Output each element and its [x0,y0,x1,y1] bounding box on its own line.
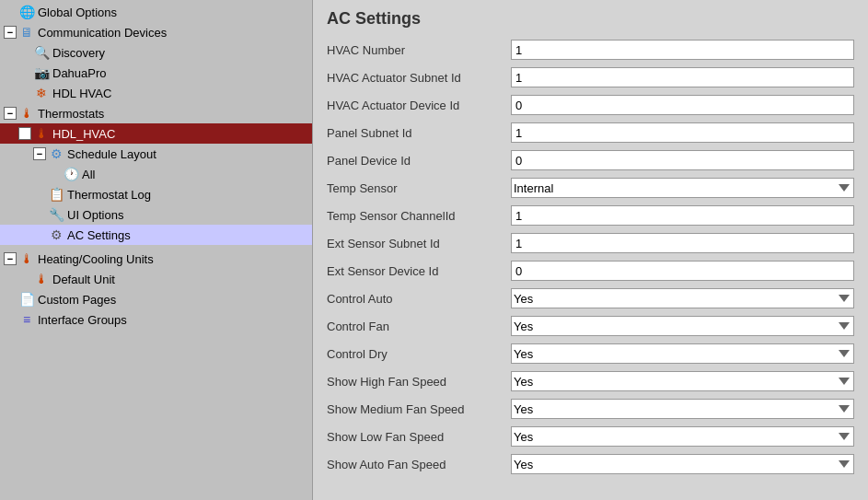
sidebar-item-hdl-hvac[interactable]: −🌡HDL_HVAC [0,123,312,144]
expand-btn-thermostats[interactable]: − [4,107,17,120]
page-title: AC Settings [327,9,854,29]
field-input-panel-subnet[interactable] [511,122,854,143]
form-row-control-fan: Control FanYesNo [327,314,854,338]
main-content: AC Settings HVAC NumberHVAC Actuator Sub… [313,0,868,500]
field-select-show-high-fan[interactable]: YesNo [511,371,854,391]
ac-settings-icon: ⚙ [48,227,64,243]
sidebar-label-dahuapro: DahuaPro [52,66,107,80]
field-label-show-high-fan: Show High Fan Speed [327,375,511,389]
expand-btn-communication-devices[interactable]: − [4,26,17,39]
sidebar-item-heating-cooling[interactable]: −🌡Heating/Cooling Units [0,249,312,269]
sidebar-item-interface-groups[interactable]: ≡Interface Groups [0,309,312,330]
form-row-show-auto-fan: Show Auto Fan SpeedYesNo [327,452,854,476]
sidebar-item-custom-pages[interactable]: 📄Custom Pages [0,289,312,309]
ui-options-icon: 🔧 [48,206,64,223]
field-label-hvac-number: HVAC Number [327,43,511,57]
field-input-hvac-actuator-subnet[interactable] [511,67,854,87]
field-input-temp-sensor-channel[interactable] [511,205,854,226]
field-label-show-auto-fan: Show Auto Fan Speed [327,458,511,471]
hdl-hvac-icon: 🌡 [33,125,50,142]
field-select-control-auto[interactable]: YesNo [511,288,854,308]
hdl-hvac-comm-icon: ❄ [33,85,50,101]
sidebar-label-heating-cooling: Heating/Cooling Units [38,252,154,266]
sidebar-label-thermostats: Thermostats [38,107,104,121]
sidebar-label-communication-devices: Communication Devices [38,26,167,40]
form-row-show-low-fan: Show Low Fan SpeedYesNo [327,424,854,448]
field-input-panel-device[interactable] [511,150,854,170]
sidebar-label-hdl-hvac-comm: HDL HVAC [52,87,111,100]
sidebar-item-global-options[interactable]: 🌐Global Options [0,2,312,22]
sidebar-label-ac-settings: AC Settings [67,228,131,242]
form-row-hvac-number: HVAC Number [327,38,854,62]
sidebar: 🌐Global Options−🖥Communication Devices🔍D… [0,0,313,500]
sidebar-item-hdl-hvac-comm[interactable]: ❄HDL HVAC [0,83,312,103]
sidebar-label-discovery: Discovery [52,46,105,60]
expand-btn-heating-cooling[interactable]: − [4,252,17,265]
field-input-ext-sensor-device[interactable] [511,261,854,281]
schedule-layout-icon: ⚙ [48,145,64,162]
field-input-ext-sensor-subnet[interactable] [511,233,854,253]
sidebar-item-thermostat-log[interactable]: 📋Thermostat Log [0,184,312,204]
thermostats-icon: 🌡 [18,105,35,122]
expand-btn-hdl-hvac[interactable]: − [18,127,31,140]
form-row-panel-device: Panel Device Id [327,148,854,172]
form-row-temp-sensor: Temp SensorInternalExternal [327,176,854,200]
form-row-hvac-actuator-subnet: HVAC Actuator Subnet Id [327,65,854,89]
field-label-hvac-actuator-device: HVAC Actuator Device Id [327,99,511,112]
field-input-hvac-actuator-device[interactable] [511,95,854,115]
field-select-show-medium-fan[interactable]: YesNo [511,399,854,419]
field-label-panel-device: Panel Device Id [327,154,511,168]
form-row-control-dry: Control DryYesNo [327,342,854,366]
form-row-ext-sensor-device: Ext Sensor Device Id [327,259,854,283]
form-row-hvac-actuator-device: HVAC Actuator Device Id [327,93,854,117]
communication-devices-icon: 🖥 [18,24,35,41]
field-select-show-auto-fan[interactable]: YesNo [511,454,854,474]
form-row-ext-sensor-subnet: Ext Sensor Subnet Id [327,231,854,255]
global-options-icon: 🌐 [18,4,35,20]
sidebar-label-schedule-layout: Schedule Layout [67,147,156,161]
sidebar-item-default-unit[interactable]: 🌡Default Unit [0,269,312,289]
default-unit-icon: 🌡 [33,271,50,287]
field-label-control-dry: Control Dry [327,347,511,361]
dahuapro-icon: 📷 [33,64,50,81]
form-row-show-high-fan: Show High Fan SpeedYesNo [327,369,854,393]
discovery-icon: 🔍 [33,44,50,61]
field-label-temp-sensor: Temp Sensor [327,181,511,195]
field-select-temp-sensor[interactable]: InternalExternal [511,178,854,198]
sidebar-label-ui-options: UI Options [67,208,123,222]
field-input-hvac-number[interactable] [511,40,854,60]
form-row-control-auto: Control AutoYesNo [327,286,854,310]
sidebar-item-thermostats[interactable]: −🌡Thermostats [0,103,312,123]
sidebar-item-ac-settings[interactable]: ⚙AC Settings [0,225,312,245]
field-label-temp-sensor-channel: Temp Sensor ChannelId [327,209,511,223]
sidebar-label-interface-groups: Interface Groups [38,313,127,327]
sidebar-label-thermostat-log: Thermostat Log [67,188,151,202]
field-label-ext-sensor-subnet: Ext Sensor Subnet Id [327,237,511,250]
field-select-control-fan[interactable]: YesNo [511,316,854,336]
sidebar-item-ui-options[interactable]: 🔧UI Options [0,204,312,225]
form-container: HVAC NumberHVAC Actuator Subnet IdHVAC A… [327,38,854,476]
sidebar-item-schedule-layout[interactable]: −⚙Schedule Layout [0,144,312,164]
sidebar-label-custom-pages: Custom Pages [38,293,116,307]
sidebar-label-default-unit: Default Unit [52,273,115,286]
field-label-panel-subnet: Panel Subnet Id [327,126,511,140]
sidebar-label-all: All [82,168,95,181]
sidebar-label-global-options: Global Options [38,6,117,19]
form-row-panel-subnet: Panel Subnet Id [327,121,854,145]
field-label-control-auto: Control Auto [327,292,511,306]
field-select-control-dry[interactable]: YesNo [511,343,854,364]
form-row-show-medium-fan: Show Medium Fan SpeedYesNo [327,397,854,421]
field-label-ext-sensor-device: Ext Sensor Device Id [327,264,511,278]
sidebar-item-communication-devices[interactable]: −🖥Communication Devices [0,22,312,42]
form-row-temp-sensor-channel: Temp Sensor ChannelId [327,203,854,227]
field-label-hvac-actuator-subnet: HVAC Actuator Subnet Id [327,71,511,85]
sidebar-item-all[interactable]: 🕐All [0,164,312,184]
sidebar-item-discovery[interactable]: 🔍Discovery [0,42,312,63]
custom-pages-icon: 📄 [18,291,35,308]
expand-btn-schedule-layout[interactable]: − [33,147,46,160]
all-icon: 🕐 [63,166,79,182]
field-label-show-low-fan: Show Low Fan Speed [327,430,511,444]
sidebar-item-dahuapro[interactable]: 📷DahuaPro [0,63,312,83]
heating-cooling-icon: 🌡 [18,250,35,267]
field-select-show-low-fan[interactable]: YesNo [511,426,854,447]
